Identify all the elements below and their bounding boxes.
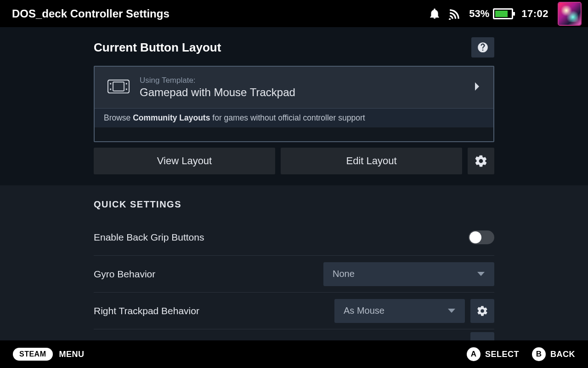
hint-select: A SELECT [467,347,519,361]
template-eyebrow: Using Template: [140,76,464,85]
steamdeck-icon [107,80,130,95]
chevron-down-icon [447,308,456,314]
notifications-icon[interactable] [429,8,441,20]
svg-point-2 [110,83,111,84]
gyro-value: None [333,269,477,279]
battery-status: 53% [469,8,513,20]
help-button[interactable] [471,37,494,58]
b-button-icon: B [532,347,546,361]
page-title: DOS_deck Controller Settings [12,7,429,20]
svg-point-3 [110,88,111,90]
setting-gyro: Gyro Behavior None [94,256,494,293]
current-layout-card: Using Template: Gamepad with Mouse Track… [94,66,494,142]
template-selector[interactable]: Using Template: Gamepad with Mouse Track… [95,67,493,108]
select-label: SELECT [485,350,519,359]
a-button-icon: A [467,347,481,361]
community-layouts-link[interactable]: Browse Community Layouts for games witho… [95,108,493,127]
menu-button[interactable]: MENU [59,350,85,359]
svg-rect-1 [113,82,124,91]
back-label: BACK [550,350,575,359]
hint-back: B BACK [532,347,575,361]
status-tray: 53% 17:02 [429,3,581,25]
back-grip-toggle[interactable] [469,230,494,244]
quick-settings-heading: QUICK SETTINGS [94,199,494,210]
view-layout-button[interactable]: View Layout [94,148,275,174]
right-trackpad-settings-button[interactable] [470,299,494,323]
gyro-dropdown[interactable]: None [323,262,494,286]
clock: 17:02 [521,8,548,20]
right-trackpad-dropdown[interactable]: As Mouse [334,299,465,323]
svg-point-4 [126,83,127,84]
template-name: Gamepad with Mouse Trackpad [140,86,464,99]
setting-back-grip: Enable Back Grip Buttons [94,219,494,256]
back-grip-label: Enable Back Grip Buttons [94,232,469,243]
battery-percentage: 53% [469,8,489,20]
layout-settings-button[interactable] [468,148,494,174]
gyro-label: Gyro Behavior [94,269,323,280]
battery-icon [493,8,513,19]
section-heading: Current Button Layout [94,40,471,55]
quick-settings-section: QUICK SETTINGS Enable Back Grip Buttons … [0,185,588,340]
right-trackpad-value: As Mouse [344,305,447,316]
edit-layout-button[interactable]: Edit Layout [281,148,462,174]
top-bar: DOS_deck Controller Settings 53% 17:02 [0,0,588,27]
chevron-right-icon [474,82,481,93]
layout-card-footer [95,127,493,141]
next-row-peek [470,332,494,340]
chevron-down-icon [477,271,485,277]
layout-section: Current Button Layout Using Template: Ga… [0,27,588,185]
avatar[interactable] [559,3,581,25]
right-trackpad-label: Right Trackpad Behavior [94,305,334,316]
main-content: Current Button Layout Using Template: Ga… [0,27,588,340]
footer-bar: STEAM MENU A SELECT B BACK [0,340,588,368]
svg-point-5 [126,88,127,90]
network-icon[interactable] [449,8,461,20]
setting-right-trackpad: Right Trackpad Behavior As Mouse [94,293,494,329]
steam-button[interactable]: STEAM [13,348,53,361]
